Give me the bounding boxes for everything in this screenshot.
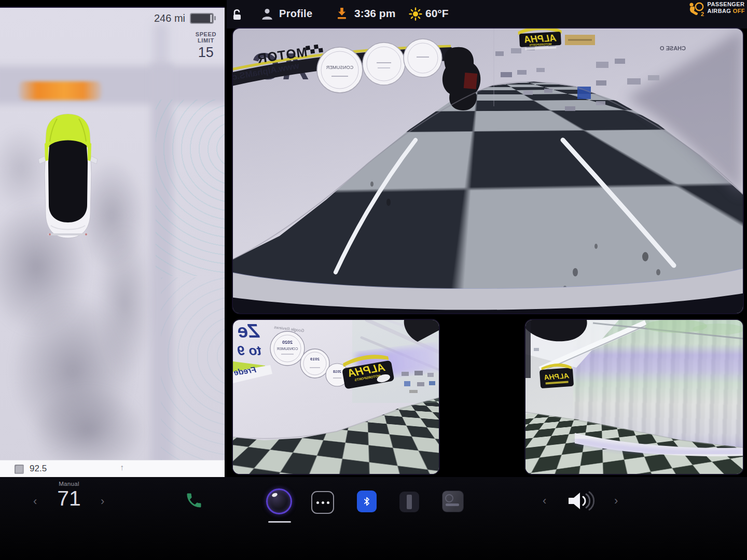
banner-photo-blob (442, 47, 480, 110)
lock-unlocked-icon[interactable] (231, 9, 243, 21)
speed-limit-value: 15 (196, 45, 216, 60)
album-art-icon (15, 465, 24, 474)
outside-temperature[interactable]: 60°F (425, 7, 449, 20)
camera-app-icon-active[interactable] (266, 488, 292, 514)
wall-floor-edge (525, 412, 743, 447)
rear-camera-view[interactable]: AC MOTOR www.AlphaMS.c CONSUMER (233, 29, 743, 313)
drive-visualization-panel[interactable]: 246 mi SPEED LIMIT 15 92.5 ↑ (0, 7, 225, 478)
profile-button[interactable]: Profile (279, 8, 312, 20)
volume-icon[interactable] (566, 491, 598, 511)
svg-text:ALPHA: ALPHA (544, 371, 570, 381)
svg-text:to 9: to 9 (237, 343, 261, 358)
sun-icon (409, 7, 422, 21)
media-mini-player[interactable]: 92.5 ↑ (0, 460, 225, 478)
active-app-underline (268, 521, 291, 523)
status-bar: Profile 3:36 pm 60°F 2 PASSENGE (227, 0, 747, 29)
wall-corner-shadow (626, 29, 743, 197)
dock-app-icon-2[interactable] (442, 491, 463, 512)
airbag-warning-icon: 2 (686, 1, 705, 17)
award-badges: CONSUMER (317, 39, 442, 93)
volume-down-chevron[interactable]: ‹ (543, 494, 546, 508)
speed-limit-sign: SPEED LIMIT 15 (196, 31, 216, 60)
climate-prev-chevron[interactable]: ‹ (33, 495, 37, 508)
download-icon[interactable] (336, 7, 348, 20)
passenger-airbag-warning: 2 PASSENGER AIRBAG OFF (686, 1, 745, 17)
up-arrow-icon[interactable]: ↑ (120, 463, 124, 472)
airbag-state: OFF (733, 8, 745, 14)
terrain-blur (96, 226, 153, 381)
sonar-arcs (156, 100, 225, 276)
range-value: 246 mi (154, 12, 185, 24)
ego-car-top-view (37, 113, 99, 240)
parking-guideline-left (336, 140, 416, 272)
car-mirror-left (38, 156, 46, 164)
svg-text:2: 2 (701, 11, 704, 17)
svg-text:CONSUMER: CONSUMER (277, 347, 298, 351)
svg-text:Ze: Ze (238, 320, 260, 342)
banner-blue-text: Ze to 9 Frede (233, 320, 272, 383)
svg-text:2019: 2019 (310, 357, 320, 361)
right-camera-overlay: ALPHA (525, 320, 743, 474)
left-repeater-camera[interactable]: Ze to 9 Frede Google Reviews 2020 CONSUM… (233, 320, 439, 474)
left-camera-overlay: Ze to 9 Frede Google Reviews 2020 CONSUM… (233, 320, 439, 474)
svg-text:CHASE O: CHASE O (660, 45, 686, 51)
battery-range: 246 mi (154, 12, 214, 24)
svg-text:2018: 2018 (333, 370, 341, 373)
bottom-dock: Manual 71 ‹ › ‹ › (0, 477, 747, 560)
airbag-label-line2: AIRBAG OFF (708, 8, 745, 15)
right-repeater-camera[interactable]: ALPHA (525, 320, 743, 474)
award-badges: 2020 CONSUMER 2019 2018 (270, 331, 349, 386)
car-mirror-right (90, 156, 98, 164)
climate-control[interactable]: Manual 71 (27, 481, 110, 510)
rear-camera-overlay: AC MOTOR www.AlphaMS.c CONSUMER (233, 29, 743, 313)
alpha-logo: ALPHA MOTORSPORTS (518, 29, 562, 50)
climate-next-chevron[interactable]: › (101, 495, 104, 508)
clock: 3:36 pm (354, 7, 395, 20)
app-launcher-icon[interactable] (311, 491, 334, 514)
tesla-display: Profile 3:36 pm 60°F 2 PASSENGE (0, 0, 747, 560)
proximity-warning-bar (19, 81, 102, 100)
svg-text:MOTORSPORTS: MOTORSPORTS (529, 43, 552, 47)
phone-icon[interactable] (185, 491, 203, 510)
parking-guideline-right (563, 140, 674, 265)
dock-app-icon-1[interactable] (400, 492, 419, 512)
bluetooth-icon[interactable] (357, 491, 377, 512)
svg-text:2020: 2020 (282, 340, 293, 345)
radio-station: 92.5 (30, 464, 47, 474)
wall-floor-edge (233, 398, 439, 439)
sonar-arcs (161, 277, 225, 474)
svg-text:CONSUMER: CONSUMER (326, 65, 353, 70)
battery-icon (190, 13, 214, 24)
climate-temperature[interactable]: 71 (27, 487, 110, 510)
profile-icon[interactable] (261, 7, 273, 21)
volume-up-chevron[interactable]: › (614, 494, 618, 508)
road-stub (154, 23, 168, 70)
car-glass-roof (48, 141, 88, 223)
airbag-label-line1: PASSENGER (708, 1, 745, 8)
